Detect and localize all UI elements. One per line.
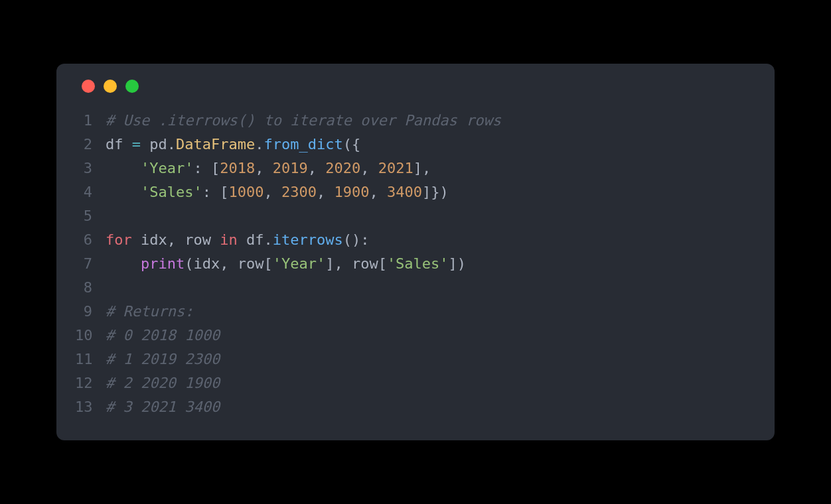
code-token: df	[106, 136, 132, 153]
code-line: 5	[75, 204, 756, 228]
code-editor[interactable]: 1# Use .iterrows() to iterate over Panda…	[75, 109, 756, 419]
code-token: ],	[414, 160, 431, 176]
code-line: 11# 1 2019 2300	[75, 347, 756, 371]
code-token: ,	[369, 184, 387, 200]
code-token: ])	[449, 255, 467, 272]
code-token: ], row[	[325, 255, 387, 272]
code-token: # Returns:	[106, 303, 193, 320]
code-token: idx, row	[132, 231, 220, 248]
maximize-button[interactable]	[125, 80, 139, 93]
code-token: ,	[317, 184, 335, 200]
line-number: 4	[75, 180, 106, 204]
line-number: 1	[75, 109, 106, 133]
code-token: .	[255, 136, 264, 153]
code-token: .	[167, 136, 176, 153]
code-token: : [	[202, 184, 229, 200]
code-token: 2018	[220, 160, 255, 176]
code-content: df = pd.DataFrame.from_dict({	[106, 133, 360, 157]
code-token: pd	[141, 136, 167, 153]
line-number: 13	[75, 395, 106, 419]
line-number: 10	[75, 324, 106, 347]
code-token: 'Sales'	[387, 255, 449, 272]
code-token: ():	[343, 231, 370, 248]
code-token: # 0 2018 1000	[106, 327, 220, 344]
code-token: ]})	[422, 184, 449, 200]
code-token	[106, 160, 141, 176]
line-number: 8	[75, 276, 106, 300]
code-token: 1900	[334, 184, 369, 200]
code-content: # 2 2020 1900	[106, 371, 220, 395]
code-token: # 3 2021 3400	[106, 399, 220, 415]
code-line: 7 print(idx, row['Year'], row['Sales'])	[75, 252, 756, 276]
code-token: 2300	[281, 184, 317, 200]
code-token: ,	[255, 160, 273, 176]
line-number: 6	[75, 228, 106, 252]
line-number: 3	[75, 157, 106, 180]
code-token: ({	[343, 136, 361, 153]
code-token: 1000	[228, 184, 264, 200]
code-line: 3 'Year': [2018, 2019, 2020, 2021],	[75, 157, 756, 180]
code-content: 'Year': [2018, 2019, 2020, 2021],	[106, 157, 431, 180]
code-content: print(idx, row['Year'], row['Sales'])	[106, 252, 466, 276]
code-token: : [	[193, 160, 220, 176]
code-token: .	[264, 231, 272, 248]
line-number: 2	[75, 133, 106, 157]
code-token: # 1 2019 2300	[106, 351, 220, 367]
code-token: ,	[264, 184, 281, 200]
code-content: # 0 2018 1000	[106, 324, 220, 347]
code-content	[106, 204, 114, 228]
code-token: for	[106, 231, 132, 248]
code-token: 'Year'	[273, 255, 325, 272]
code-line: 13# 3 2021 3400	[75, 395, 756, 419]
line-number: 5	[75, 204, 106, 228]
code-token: 'Sales'	[141, 184, 202, 200]
code-token: 3400	[387, 184, 422, 200]
code-token: from_dict	[264, 136, 342, 153]
code-line: 12# 2 2020 1900	[75, 371, 756, 395]
code-token	[106, 184, 141, 200]
code-line: 6for idx, row in df.iterrows():	[75, 228, 756, 252]
code-token: ,	[308, 160, 326, 176]
code-content: # Returns:	[106, 300, 193, 324]
code-window: 1# Use .iterrows() to iterate over Panda…	[56, 64, 775, 440]
code-line: 2df = pd.DataFrame.from_dict({	[75, 133, 756, 157]
code-line: 8	[75, 276, 756, 300]
code-line: 9# Returns:	[75, 300, 756, 324]
code-line: 1# Use .iterrows() to iterate over Panda…	[75, 109, 756, 133]
close-button[interactable]	[82, 80, 95, 93]
code-token: in	[220, 231, 238, 248]
code-content: # 3 2021 3400	[106, 395, 220, 419]
code-token: # Use .iterrows() to iterate over Pandas…	[106, 112, 501, 129]
code-token	[106, 255, 141, 272]
window-controls	[75, 80, 756, 93]
code-content: # 1 2019 2300	[106, 347, 220, 371]
code-line: 10# 0 2018 1000	[75, 324, 756, 347]
line-number: 12	[75, 371, 106, 395]
code-line: 4 'Sales': [1000, 2300, 1900, 3400]})	[75, 180, 756, 204]
code-token: =	[132, 136, 141, 153]
code-content: 'Sales': [1000, 2300, 1900, 3400]})	[106, 180, 449, 204]
line-number: 11	[75, 347, 106, 371]
code-content: for idx, row in df.iterrows():	[106, 228, 369, 252]
code-token: # 2 2020 1900	[106, 375, 220, 391]
minimize-button[interactable]	[104, 80, 117, 93]
code-token: df	[238, 231, 264, 248]
code-content: # Use .iterrows() to iterate over Pandas…	[106, 109, 501, 133]
code-content	[106, 276, 114, 300]
line-number: 9	[75, 300, 106, 324]
code-token: (idx, row[	[185, 255, 272, 272]
code-token: print	[141, 255, 185, 272]
line-number: 7	[75, 252, 106, 276]
code-token: 2020	[325, 160, 360, 176]
code-token: DataFrame	[176, 136, 255, 153]
code-token: 2021	[378, 160, 414, 176]
code-token: ,	[360, 160, 378, 176]
code-token: 'Year'	[141, 160, 193, 176]
code-token: 2019	[273, 160, 308, 176]
code-token: iterrows	[273, 231, 343, 248]
